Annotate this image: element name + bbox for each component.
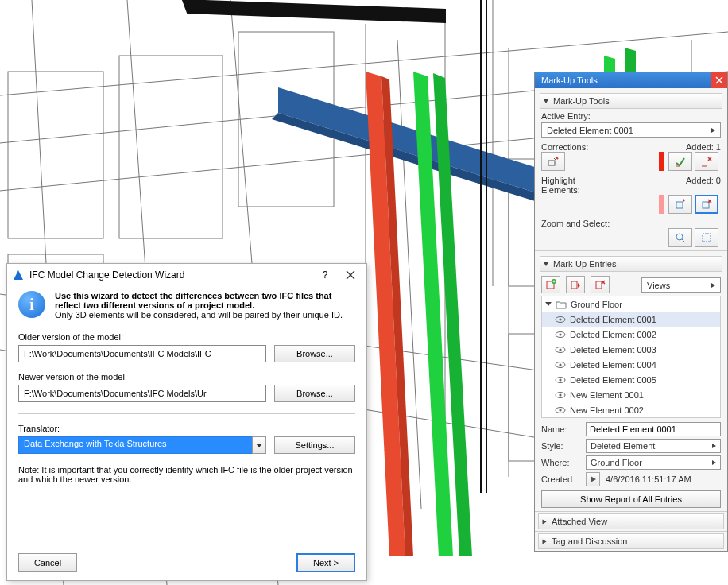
- highlight-remove-button[interactable]: [695, 195, 718, 214]
- folder-icon: [556, 300, 567, 309]
- import-entry-button[interactable]: [566, 276, 585, 293]
- panel-close-button[interactable]: [711, 72, 727, 88]
- tree-entry[interactable]: Deleted Element 0001: [542, 312, 720, 327]
- panel-titlebar[interactable]: Mark-Up Tools: [535, 72, 727, 88]
- svg-rect-17: [703, 202, 709, 208]
- tree-entry[interactable]: Deleted Element 0004: [542, 357, 720, 372]
- correction-edit-button[interactable]: [541, 152, 565, 171]
- new-entry-button[interactable]: [541, 276, 560, 293]
- settings-button[interactable]: Settings...: [274, 436, 355, 454]
- section-tag-discussion[interactable]: Tag and Discussion: [538, 533, 724, 549]
- svg-marker-14: [14, 270, 23, 280]
- intro-text: Use this wizard to detect the difference…: [55, 291, 355, 320]
- svg-point-31: [559, 363, 561, 366]
- highlight-add-button[interactable]: [668, 195, 692, 214]
- eye-icon[interactable]: [555, 344, 566, 355]
- section-markup-entries[interactable]: Mark-Up Entries: [540, 256, 722, 272]
- older-version-input[interactable]: [18, 345, 266, 362]
- dialog-title: IFC Model Change Detection Wizard: [29, 269, 312, 281]
- info-icon: [18, 291, 45, 318]
- svg-marker-38: [591, 476, 596, 482]
- svg-point-25: [559, 318, 561, 320]
- svg-point-37: [559, 409, 561, 411]
- eye-icon[interactable]: [555, 329, 566, 340]
- zoom-button[interactable]: [668, 228, 692, 247]
- svg-rect-19: [703, 234, 711, 242]
- section-markup-tools[interactable]: Mark-Up Tools: [540, 93, 722, 109]
- corrections-label: Corrections:: [541, 142, 588, 152]
- svg-rect-2: [119, 56, 223, 238]
- created-value: 4/6/2016 11:51:17 AM: [606, 475, 691, 484]
- archicad-logo-icon: [12, 269, 25, 281]
- translator-label: Translator:: [18, 424, 355, 433]
- correction-color-swatch: [659, 152, 664, 171]
- browse-newer-button[interactable]: Browse...: [274, 385, 355, 402]
- svg-point-33: [559, 378, 561, 381]
- tree-entry-label: Deleted Element 0005: [570, 375, 656, 385]
- select-button[interactable]: [695, 228, 718, 247]
- translator-caret-icon[interactable]: [252, 436, 266, 454]
- cancel-button[interactable]: Cancel: [18, 553, 77, 572]
- tree-entry-label: Deleted Element 0001: [570, 315, 656, 324]
- delete-entry-button[interactable]: [591, 276, 610, 293]
- name-input[interactable]: [586, 422, 721, 436]
- svg-rect-0: [8, 72, 103, 238]
- corrections-added-count: Added: 1: [686, 142, 721, 152]
- correction-remove-button[interactable]: [695, 152, 718, 171]
- svg-rect-16: [676, 202, 683, 208]
- dialog-titlebar[interactable]: IFC Model Change Detection Wizard ?: [7, 264, 366, 286]
- highlight-color-swatch: [659, 195, 664, 214]
- svg-rect-22: [571, 281, 577, 289]
- entries-tree[interactable]: Ground Floor Deleted Element 0001Deleted…: [541, 296, 721, 418]
- newer-version-input[interactable]: [18, 385, 266, 402]
- tree-entry-label: New Element 0001: [570, 390, 644, 400]
- highlight-label: HighlightElements:: [541, 176, 580, 195]
- svg-point-29: [559, 348, 561, 351]
- zoom-select-label: Zoom and Select:: [541, 219, 610, 228]
- correction-apply-button[interactable]: [668, 152, 692, 171]
- tree-entry-label: New Element 0002: [570, 405, 644, 415]
- style-label: Style:: [541, 441, 586, 451]
- sort-by-select[interactable]: Views: [641, 277, 721, 292]
- svg-point-18: [676, 234, 683, 240]
- markup-tools-panel: Mark-Up Tools Mark-Up Tools Active Entry…: [534, 72, 728, 552]
- panel-title: Mark-Up Tools: [541, 76, 711, 85]
- translator-select[interactable]: Data Exchange with Tekla Structures: [18, 436, 266, 454]
- svg-rect-23: [596, 281, 602, 289]
- dialog-help-button[interactable]: ?: [312, 265, 338, 285]
- section-attached-view[interactable]: Attached View: [538, 513, 724, 529]
- active-entry-label: Active Entry:: [541, 111, 591, 121]
- dialog-close-button[interactable]: [338, 265, 363, 285]
- eye-icon[interactable]: [555, 405, 566, 416]
- where-select[interactable]: Ground Floor: [586, 455, 721, 470]
- tree-expand-icon[interactable]: [545, 302, 552, 306]
- svg-rect-15: [548, 161, 555, 165]
- newer-version-label: Newer version of the model:: [18, 372, 355, 382]
- eye-icon[interactable]: [555, 389, 566, 401]
- tree-entry-label: Deleted Element 0004: [570, 360, 656, 370]
- tree-entry-label: Deleted Element 0003: [570, 345, 656, 354]
- show-report-button[interactable]: Show Report of All Entries: [541, 490, 721, 508]
- eye-icon[interactable]: [555, 359, 566, 370]
- where-label: Where:: [541, 458, 586, 467]
- browse-older-button[interactable]: Browse...: [274, 345, 355, 362]
- tree-entry[interactable]: Deleted Element 0005: [542, 372, 720, 387]
- tree-group-ground-floor[interactable]: Ground Floor: [542, 296, 720, 312]
- tree-entry[interactable]: Deleted Element 0003: [542, 342, 720, 357]
- eye-icon[interactable]: [555, 374, 566, 385]
- next-button[interactable]: Next >: [296, 553, 355, 572]
- name-label: Name:: [541, 424, 586, 434]
- tree-entry[interactable]: New Element 0001: [542, 387, 720, 402]
- highlight-added-count: Added: 0: [686, 176, 721, 195]
- svg-point-35: [559, 393, 561, 396]
- created-goto-button[interactable]: [586, 472, 600, 486]
- older-version-label: Older version of the model:: [18, 332, 355, 342]
- tree-entry[interactable]: New Element 0002: [542, 402, 720, 417]
- style-select[interactable]: Deleted Element: [586, 439, 721, 453]
- ifc-wizard-dialog: IFC Model Change Detection Wizard ? Use …: [6, 263, 367, 581]
- active-entry-select[interactable]: Deleted Element 0001: [541, 122, 721, 138]
- wizard-note: Note: It is important that you correctly…: [18, 465, 355, 484]
- tree-entry-label: Deleted Element 0002: [570, 330, 656, 339]
- eye-icon[interactable]: [555, 314, 566, 325]
- tree-entry[interactable]: Deleted Element 0002: [542, 327, 720, 342]
